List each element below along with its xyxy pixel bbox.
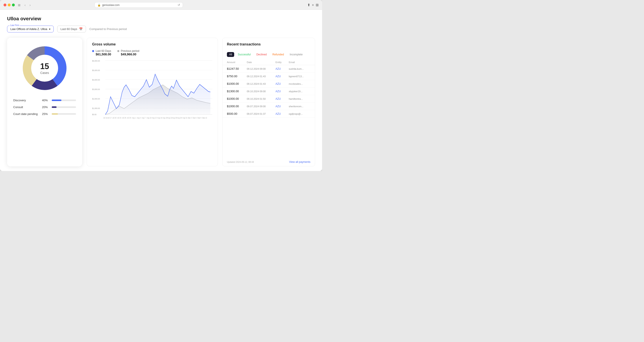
donut-center-label: 15 Cases xyxy=(40,62,49,75)
tx-date: 09.10.2024 09:00 xyxy=(247,90,276,93)
legend-pct-consult: 20% xyxy=(42,105,52,109)
date-range-picker[interactable]: Last 60 Days 📅 xyxy=(57,26,86,32)
table-row: $500.00 09.07.2024 01:37 AZU ogdjroqo@..… xyxy=(222,110,315,118)
svg-text:Aug 7: Aug 7 xyxy=(142,117,145,119)
tx-email: xbyjoker19... xyxy=(289,90,310,93)
tab-all[interactable]: All xyxy=(227,52,234,57)
tx-amount: $750.00 xyxy=(227,75,247,78)
svg-text:Aug 25: Aug 25 xyxy=(172,117,177,119)
chart-area: $6,000.00 $5,000.00 $4,000.00 $3,000.00 … xyxy=(92,59,212,121)
table-row: $1000.00 09.10.2024 01:50 AZU hamiltontr… xyxy=(222,95,315,103)
legend-item-current: Last 60 Days $61,508.00 xyxy=(92,49,111,56)
transactions-panel: Recent transactions All Successful Decli… xyxy=(222,38,315,166)
minimize-button[interactable] xyxy=(8,3,10,6)
legend-item-discovery: Discovery 40% xyxy=(13,99,76,102)
date-range-value: Last 60 Days xyxy=(60,27,77,31)
tx-updated: Updated 2024-09-12, 08:44 xyxy=(227,161,254,163)
tx-amount: $1300.00 xyxy=(227,90,247,93)
reload-icon[interactable]: ↺ xyxy=(178,3,180,7)
cases-label: Cases xyxy=(40,71,49,75)
svg-text:Jul 20: Jul 20 xyxy=(112,117,117,119)
legend-bar-fill-discovery xyxy=(52,100,62,101)
transactions-header: Recent transactions xyxy=(222,42,315,49)
col-date: Date xyxy=(247,61,276,64)
tx-header-row: Amount Date Entity Email xyxy=(222,60,315,65)
tx-email: sherilonrom... xyxy=(289,105,310,108)
browser-window: ⊞ ‹ › 🔒 geniuslaw.com ↺ ⬆ + ⊞ Ulloa over… xyxy=(0,0,322,171)
forward-button[interactable]: › xyxy=(29,3,32,7)
svg-text:Jul 23: Jul 23 xyxy=(117,117,121,119)
sidebar-toggle-button[interactable]: ⊞ xyxy=(17,3,22,7)
tab-declined[interactable]: Declined xyxy=(254,52,269,57)
tx-amount: $1247.50 xyxy=(227,67,247,70)
calendar-icon: 📅 xyxy=(79,27,83,31)
tab-refunded[interactable]: Refunded xyxy=(270,52,286,57)
tx-email: hamiltontra... xyxy=(289,98,310,100)
legend-bar-fill-court xyxy=(52,113,58,115)
transaction-filter-tabs: All Successful Declined Refunded Incompl… xyxy=(222,52,315,57)
share-icon[interactable]: ⬆ xyxy=(307,3,310,7)
gross-volume-svg: $6,000.00 $5,000.00 $4,000.00 $3,000.00 … xyxy=(92,59,212,121)
right-section: Gross volume Last 60 Days $61,508.00 xyxy=(86,38,315,166)
lock-icon: 🔒 xyxy=(98,3,101,7)
tab-successful[interactable]: Successful xyxy=(236,52,253,57)
law-firm-select[interactable]: Law Firm Law Offices of Adela Z. Ulloa ▾ xyxy=(7,26,54,32)
svg-text:Jul 14: Jul 14 xyxy=(103,117,107,119)
gross-volume-panel: Gross volume Last 60 Days $61,508.00 xyxy=(86,38,218,166)
previous-period-label: Previous period xyxy=(121,49,139,52)
law-firm-label: Law Firm xyxy=(10,24,20,26)
tx-entity: AZU xyxy=(276,75,289,78)
svg-text:$6,000.00: $6,000.00 xyxy=(92,60,100,62)
tx-entity: AZU xyxy=(276,105,289,108)
address-bar[interactable]: 🔒 geniuslaw.com ↺ xyxy=(94,2,183,8)
svg-text:$4,000.00: $4,000.00 xyxy=(92,79,100,81)
tx-date: 09.07.2024 01:37 xyxy=(247,113,276,115)
legend-bar-fill-consult xyxy=(52,106,56,108)
svg-text:Aug 4: Aug 4 xyxy=(136,117,141,119)
tx-entity: AZU xyxy=(276,112,289,115)
tx-amount: $1000.00 xyxy=(227,105,247,108)
svg-text:Aug 31: Aug 31 xyxy=(182,117,187,119)
tab-incomplete[interactable]: Incomplete xyxy=(288,52,305,57)
table-row: $1000.00 09.12.2024 01:43 AZU mccbowles.… xyxy=(222,80,315,88)
legend-item-previous: Previous period $49,966.00 xyxy=(117,49,139,56)
grid-icon[interactable]: ⊞ xyxy=(316,3,318,7)
close-button[interactable] xyxy=(4,3,6,6)
tx-email: mccbowles... xyxy=(289,83,310,85)
url-text: geniuslaw.com xyxy=(102,3,120,7)
svg-text:Sep 9: Sep 9 xyxy=(197,117,201,119)
back-button[interactable]: ‹ xyxy=(24,3,26,7)
svg-text:$3,000.00: $3,000.00 xyxy=(92,88,100,90)
svg-text:$2,000.00: $2,000.00 xyxy=(92,98,100,100)
legend-bar-track-consult xyxy=(52,106,76,108)
table-row: $1247.50 09.12.2024 09:00 AZU sushila.ku… xyxy=(222,65,315,73)
tx-date: 09.10.2024 01:50 xyxy=(247,98,276,100)
legend-bar-track-discovery xyxy=(52,100,76,101)
current-dot xyxy=(92,50,94,52)
svg-text:Jul 29: Jul 29 xyxy=(127,117,131,119)
svg-text:Sep 6: Sep 6 xyxy=(192,117,196,119)
donut-chart: 15 Cases xyxy=(20,44,69,92)
current-period-label: Last 60 Days xyxy=(96,49,111,52)
donut-legend: Discovery 40% Consult 20% xyxy=(13,99,76,119)
view-all-payments-link[interactable]: View all payments xyxy=(289,161,310,164)
chart-legend: Last 60 Days $61,508.00 Previous period … xyxy=(92,49,212,56)
tx-date: 09.12.2024 01:43 xyxy=(247,83,276,85)
svg-text:$0.00: $0.00 xyxy=(92,113,96,116)
cases-card: 15 Cases Discovery 40% Consult xyxy=(7,38,82,166)
svg-text:Aug 22: Aug 22 xyxy=(167,117,172,119)
tx-entity: AZU xyxy=(276,90,289,93)
tx-email: bgreen0713... xyxy=(289,75,310,78)
transactions-table: Amount Date Entity Email $1247.50 09.12.… xyxy=(222,60,315,159)
new-tab-icon[interactable]: + xyxy=(312,3,314,7)
traffic-lights xyxy=(4,3,15,6)
svg-text:Aug 16: Aug 16 xyxy=(157,117,162,119)
page-content: Ulloa overview Law Firm Law Offices of A… xyxy=(0,10,322,171)
table-row: $1000.00 09.07.2024 09:00 AZU sherilonro… xyxy=(222,103,315,110)
maximize-button[interactable] xyxy=(12,3,15,6)
cases-count: 15 xyxy=(40,62,49,71)
current-legend-text: Last 60 Days $61,508.00 xyxy=(96,49,111,56)
content-row: 15 Cases Discovery 40% Consult xyxy=(7,38,315,166)
svg-text:$5,000.00: $5,000.00 xyxy=(92,69,100,71)
transactions-title: Recent transactions xyxy=(227,42,310,46)
